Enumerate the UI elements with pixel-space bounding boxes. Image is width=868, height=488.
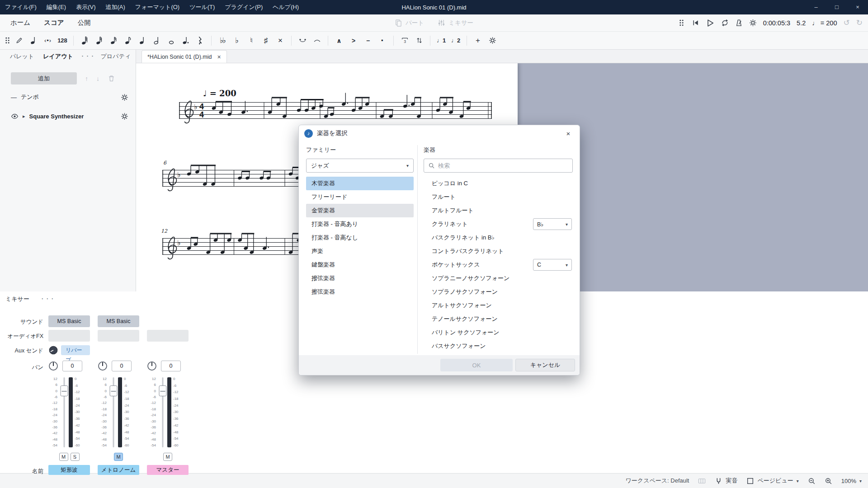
cancel-button[interactable]: キャンセル — [515, 359, 575, 371]
family-item[interactable]: 鍵盤楽器 — [306, 258, 414, 272]
instrument-item[interactable]: ポケットサックス C ▾ — [424, 258, 573, 272]
minimize-button[interactable]: – — [806, 0, 826, 14]
family-item[interactable]: 金管楽器 — [306, 204, 414, 217]
toolbar-drag-handle-icon[interactable] — [4, 37, 11, 44]
move-up-button[interactable]: ↑ — [85, 75, 88, 82]
fader-track[interactable] — [108, 376, 118, 448]
audio-fx-slot[interactable] — [48, 330, 90, 342]
search-input[interactable] — [438, 162, 568, 169]
midi-input-icon[interactable] — [698, 477, 706, 485]
instrument-item[interactable]: バスクラリネット in B♭ — [424, 231, 573, 244]
mute-button[interactable]: M — [114, 453, 123, 461]
pan-knob[interactable] — [48, 361, 58, 371]
family-item[interactable]: 擦弦楽器 — [306, 285, 414, 299]
slur-button[interactable] — [310, 34, 324, 47]
family-item[interactable]: フリーリード — [306, 190, 414, 204]
concert-pitch-toggle[interactable]: 実音 — [715, 477, 737, 485]
note-input-mode-icon[interactable]: ‹•› — [41, 34, 55, 47]
sound-button[interactable]: MS Basic — [98, 315, 139, 327]
search-field[interactable] — [424, 159, 573, 173]
instrument-item[interactable]: クラリネット B♭ ▾ — [424, 217, 573, 231]
instrument-item[interactable]: アルトフルート — [424, 204, 573, 217]
instrument-item[interactable]: フルート — [424, 190, 573, 204]
instrument-item[interactable]: バスサクソフォーン — [424, 339, 573, 353]
tab-publish[interactable]: 公開 — [71, 14, 98, 31]
dialog-titlebar[interactable]: ♪ 楽器を選択 × — [299, 125, 580, 141]
instrument-item[interactable]: テノールサクソフォーン — [424, 312, 573, 326]
flip-direction-button[interactable] — [412, 34, 426, 47]
family-dropdown[interactable]: ジャズ ▾ — [306, 159, 414, 173]
channel-name[interactable]: メトロノーム — [98, 465, 139, 475]
playback-settings-button[interactable] — [749, 19, 757, 27]
view-mode-select[interactable]: ページビュー ▾ — [746, 477, 798, 485]
duration-quarter-button[interactable] — [136, 34, 149, 47]
duration-64th-button[interactable] — [78, 34, 91, 47]
menu-format[interactable]: フォーマット(O) — [130, 0, 184, 14]
duration-32nd-button[interactable] — [92, 34, 106, 47]
accent-button[interactable]: > — [347, 34, 360, 47]
instrument-item[interactable]: ソプラノサクソフォーン — [424, 285, 573, 299]
expand-arrow-icon[interactable]: ▸ — [23, 113, 25, 119]
tenuto-button[interactable]: − — [361, 34, 375, 47]
visibility-eye-icon[interactable] — [11, 113, 19, 120]
transposition-dropdown[interactable]: B♭ ▾ — [533, 218, 572, 230]
play-button[interactable] — [706, 19, 715, 28]
duration-128th-button[interactable]: 128 — [56, 34, 69, 47]
pan-value[interactable]: 0 — [112, 361, 132, 371]
dialog-close-button[interactable]: × — [562, 130, 574, 137]
duration-16th-button[interactable] — [107, 34, 120, 47]
tab-close-icon[interactable]: × — [217, 53, 221, 61]
family-item[interactable]: 打楽器 - 音高なし — [306, 231, 414, 244]
aux-send-knob[interactable] — [48, 345, 58, 355]
family-item[interactable]: 打楽器 - 音高あり — [306, 217, 414, 231]
rewind-button[interactable] — [692, 19, 699, 27]
audio-fx-slot[interactable] — [98, 330, 139, 342]
fader-handle[interactable] — [60, 385, 68, 396]
pan-value[interactable]: 0 — [62, 361, 82, 371]
double-sharp-button[interactable]: × — [274, 34, 287, 47]
layout-item-tempo[interactable]: — テンポ — [11, 91, 128, 103]
tempo-settings-button[interactable] — [121, 94, 128, 101]
instrument-item[interactable]: アルトサクソフォーン — [424, 299, 573, 312]
tab-score[interactable]: スコア — [37, 14, 71, 31]
fader-handle[interactable] — [109, 385, 117, 396]
instrument-item[interactable]: ソプラニーノサクソフォーン — [424, 272, 573, 285]
solo-button[interactable]: S — [71, 453, 80, 461]
panel-overflow-button[interactable]: ・・・ — [78, 50, 96, 63]
tab-palettes[interactable]: パレット — [5, 50, 38, 63]
pan-value[interactable]: 0 — [161, 361, 181, 371]
mixer-overflow-button[interactable]: ・・・ — [39, 295, 54, 303]
duration-whole-button[interactable] — [165, 34, 178, 47]
channel-name[interactable]: 矩形波 — [48, 465, 90, 475]
natural-button[interactable]: ♮ — [245, 34, 258, 47]
tuplet-button[interactable] — [398, 34, 411, 47]
ok-button[interactable]: OK — [440, 359, 513, 371]
pan-knob[interactable] — [98, 361, 108, 371]
augmentation-dot-button[interactable] — [179, 34, 193, 47]
zoom-out-button[interactable] — [808, 477, 816, 485]
menu-help[interactable]: ヘルプ(H) — [268, 0, 304, 14]
volume-fader[interactable]: 1260-6-12-18-24-30-36-42-48-54 0-6-12-18… — [147, 376, 189, 448]
sound-button[interactable]: MS Basic — [48, 315, 90, 327]
fader-track[interactable] — [158, 376, 167, 448]
channel-name[interactable]: マスター — [147, 465, 189, 475]
mixer-button[interactable]: ミキサー — [438, 19, 473, 27]
workspace-label[interactable]: ワークスペース: Default — [626, 477, 689, 485]
instrument-settings-button[interactable] — [121, 113, 128, 120]
family-item[interactable]: 撥弦楽器 — [306, 272, 414, 285]
tab-home[interactable]: ホーム — [4, 14, 37, 31]
document-tab[interactable]: *HALion Sonic 01 (D).mid × — [142, 50, 227, 63]
toolbar-settings-button[interactable] — [486, 34, 499, 47]
duration-half-button[interactable] — [150, 34, 164, 47]
menu-edit[interactable]: 編集(E) — [42, 0, 71, 14]
note-input-button[interactable] — [12, 34, 26, 47]
zoom-in-button[interactable] — [825, 477, 832, 485]
volume-fader[interactable]: 1260-6-12-18-24-30-36-42-48-54 0-6-12-18… — [48, 376, 90, 448]
reverb-button[interactable]: リバーブ — [61, 345, 90, 355]
instrument-item[interactable]: ピッコロ in C — [424, 177, 573, 190]
mute-button[interactable]: M — [59, 453, 68, 461]
menu-file[interactable]: ファイル(F) — [0, 0, 42, 14]
add-palette-button[interactable]: + — [471, 34, 485, 47]
audio-fx-slot[interactable] — [147, 330, 189, 342]
tie-button[interactable] — [296, 34, 309, 47]
